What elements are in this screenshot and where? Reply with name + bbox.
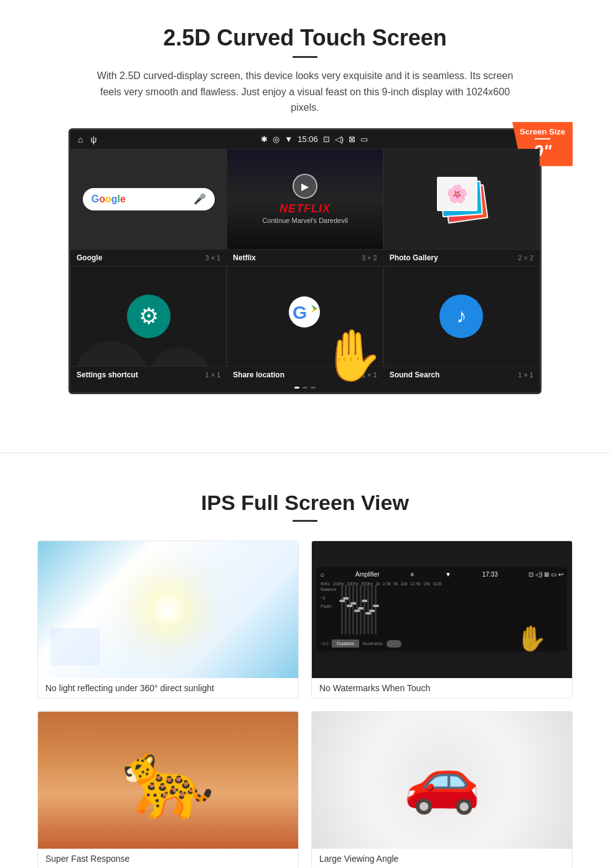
section-curved-screen: 2.5D Curved Touch Screen With 2.5D curve… <box>0 0 610 428</box>
status-time: 15:06 <box>298 134 318 144</box>
close-icon[interactable]: ⊠ <box>349 134 355 144</box>
netflix-logo: NETFLIX <box>262 202 347 215</box>
settings-icon-container: ⚙ <box>127 295 171 338</box>
amp-custom-button[interactable]: Custom <box>332 639 359 648</box>
app-labels-row2: Settings shortcut 1 × 1 Share location 1… <box>70 367 540 383</box>
google-label: Google 3 × 1 <box>70 250 227 266</box>
car-image: 🚗 <box>312 712 572 849</box>
gallery-photo-1: 🌸 <box>437 177 477 211</box>
google-search-bar[interactable]: Google 🎤 <box>83 188 215 210</box>
sound-label: Sound Search 1 × 1 <box>383 367 540 383</box>
eq-slider-3[interactable] <box>349 585 350 634</box>
volume-icon: ◁) <box>335 134 344 144</box>
feature-cheetah: 🐆 Super Fast Response <box>37 711 299 868</box>
amp-left-arrow[interactable]: ◁◁ <box>321 641 328 646</box>
badge-divider-line <box>535 138 550 139</box>
status-bar-center: ✱ ◎ ▼ 15:06 ⊡ ◁) ⊠ ▭ <box>261 134 368 144</box>
app-cell-google[interactable]: Google 🎤 <box>70 149 227 250</box>
device-wrapper: Screen Size 9" ⌂ ψ ✱ ◎ ▼ 15:06 ⊡ <box>68 128 542 394</box>
settings-app-inner: ⚙ <box>71 267 226 366</box>
amp-time: 17:33 <box>482 571 498 578</box>
dot-2 <box>303 387 307 389</box>
section-separator <box>0 453 610 453</box>
eq-slider-2[interactable] <box>345 585 347 634</box>
google-app-inner: Google 🎤 <box>71 149 226 249</box>
amp-signal-icon: ▼ <box>445 571 451 578</box>
google-maps-g-icon: G <box>288 295 322 337</box>
google-app-name: Google <box>77 253 102 262</box>
netflix-app-size: 3 × 2 <box>362 254 377 262</box>
amplifier-caption: No Watermarks When Touch <box>312 678 572 698</box>
feature-amplifier: ⌂ Amplifier ≡ ▼ 17:33 ⊡ ◁) ⊠ ▭ ↩ 60hz100… <box>311 540 573 699</box>
eq-slider-1[interactable] <box>341 585 343 634</box>
camera-icon: ⊡ <box>323 134 330 144</box>
device-screen: ⌂ ψ ✱ ◎ ▼ 15:06 ⊡ ◁) ⊠ ▭ <box>68 128 542 394</box>
app-grid-row1: Google 🎤 ▶ NETFLIX <box>70 149 540 250</box>
window-icon[interactable]: ▭ <box>360 134 368 144</box>
amp-loudness-label: loudness <box>363 641 383 646</box>
hand-pointing-icon: 🤚 <box>321 326 383 385</box>
sunlight-caption: No light reflecting under 360° direct su… <box>38 678 298 698</box>
gallery-stack: 🌸 <box>436 174 486 224</box>
sound-app-size: 1 × 1 <box>518 371 533 379</box>
gallery-app-name: Photo Gallery <box>390 253 438 262</box>
music-note-icon: ♪ <box>456 304 466 328</box>
title-divider <box>293 56 317 58</box>
feature-sunlight: No light reflecting under 360° direct su… <box>37 540 299 699</box>
gallery-label: Photo Gallery 2 × 2 <box>383 250 540 266</box>
location-icon: ◎ <box>273 134 279 144</box>
amp-left-labels: Balance ◁) Fader <box>321 587 340 637</box>
netflix-label: Netflix 3 × 2 <box>227 250 383 266</box>
dot-3 <box>311 387 316 389</box>
sound-icon-circle: ♪ <box>439 295 483 338</box>
google-logo: Google <box>92 194 126 205</box>
amp-title: Amplifier <box>355 571 380 578</box>
car-caption: Large Viewing Angle <box>312 849 572 868</box>
phone-silhouette <box>50 628 100 666</box>
sunlight-image <box>38 541 298 678</box>
svg-point-0 <box>74 341 149 366</box>
amp-menu-icon: ≡ <box>410 571 414 578</box>
netflix-play-button[interactable]: ▶ <box>293 174 317 199</box>
section1-description: With 2.5D curved-display screen, this de… <box>87 68 523 116</box>
bluetooth-icon: ✱ <box>261 134 268 144</box>
mic-icon[interactable]: 🎤 <box>194 193 206 205</box>
amp-header: ⌂ Amplifier ≡ ▼ 17:33 ⊡ ◁) ⊠ ▭ ↩ <box>321 571 563 578</box>
netflix-app-inner: ▶ NETFLIX Continue Marvel's Daredevil <box>227 149 382 249</box>
car-top-view-icon: 🚗 <box>403 743 481 817</box>
eq-slider-7[interactable] <box>364 585 365 634</box>
section-ips-screen: IPS Full Screen View No light reflecting… <box>0 478 610 868</box>
svg-text:G: G <box>293 302 307 323</box>
app-cell-share-location[interactable]: G 🤚 <box>227 266 383 367</box>
feature-car: 🚗 Large Viewing Angle <box>311 711 573 868</box>
amp-eq-bars <box>341 587 377 637</box>
section2-divider <box>293 520 317 522</box>
app-cell-gallery[interactable]: 🌸 <box>383 149 540 250</box>
amp-hand-icon: ✋ <box>516 624 547 653</box>
netflix-app-name: Netflix <box>233 253 256 262</box>
app-cell-netflix[interactable]: ▶ NETFLIX Continue Marvel's Daredevil <box>227 149 383 250</box>
amplifier-image: ⌂ Amplifier ≡ ▼ 17:33 ⊡ ◁) ⊠ ▭ ↩ 60hz100… <box>312 541 572 678</box>
amp-icons-right: ⊡ ◁) ⊠ ▭ ↩ <box>528 571 563 578</box>
settings-label: Settings shortcut 1 × 1 <box>70 367 227 383</box>
cheetah-caption: Super Fast Response <box>38 849 298 868</box>
home-icon[interactable]: ⌂ <box>78 134 83 144</box>
svg-point-1 <box>149 347 211 366</box>
features-grid: No light reflecting under 360° direct su… <box>37 540 573 868</box>
settings-app-size: 1 × 1 <box>205 371 221 379</box>
eq-slider-6[interactable] <box>360 585 362 634</box>
page-indicator <box>70 383 540 392</box>
settings-gear-icon: ⚙ <box>139 303 159 329</box>
app-grid-row2: ⚙ G <box>70 266 540 367</box>
settings-app-name: Settings shortcut <box>77 370 138 379</box>
gallery-app-inner: 🌸 <box>384 149 539 249</box>
dot-1 <box>294 387 299 389</box>
app-cell-settings[interactable]: ⚙ <box>70 266 227 367</box>
eq-slider-5[interactable] <box>356 585 358 634</box>
app-cell-sound-search[interactable]: ♪ <box>383 266 540 367</box>
sound-app-name: Sound Search <box>390 370 440 379</box>
share-location-inner: G 🤚 <box>227 267 382 366</box>
amp-loudness-toggle[interactable] <box>387 640 401 648</box>
eq-slider-9[interactable] <box>371 585 373 634</box>
eq-slider-10[interactable] <box>375 585 377 634</box>
